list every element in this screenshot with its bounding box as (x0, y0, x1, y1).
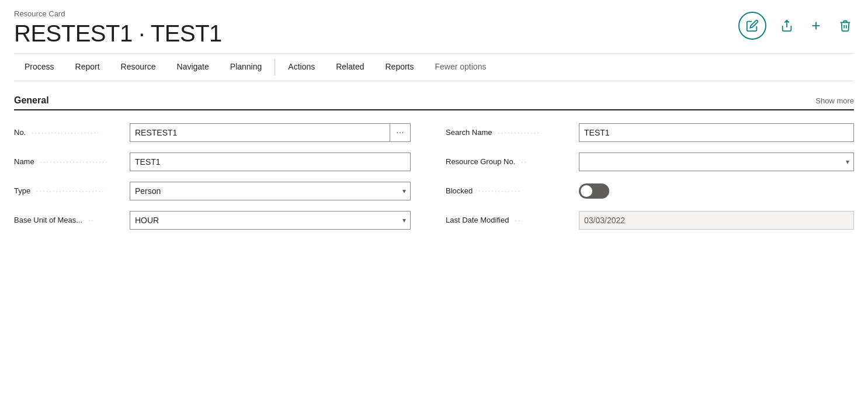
field-no-row: No. ····················· ··· (14, 122, 411, 143)
show-more-button[interactable]: Show more (815, 96, 854, 105)
add-button[interactable] (807, 17, 825, 34)
blocked-toggle[interactable] (579, 183, 609, 199)
no-field-wrapper: ··· (130, 123, 411, 142)
delete-button[interactable] (836, 17, 854, 34)
edit-button[interactable] (738, 12, 766, 40)
field-resource-group-row: Resource Group No. ·· ▾ (446, 151, 854, 172)
field-base-uom-row: Base Unit of Meas... ·· HOUR ▾ (14, 210, 411, 231)
base-uom-select[interactable]: HOUR (130, 211, 411, 230)
breadcrumb: Resource Card (14, 9, 222, 18)
name-input[interactable] (130, 153, 411, 171)
resource-group-label: Resource Group No. (446, 157, 515, 166)
no-input[interactable] (130, 123, 390, 142)
nav-actions[interactable]: Actions (277, 54, 325, 81)
type-label: Type (14, 186, 30, 195)
toggle-track (579, 183, 609, 199)
form-col-right: Search Name ············· Resource Group… (434, 122, 854, 231)
nav-fewer-options[interactable]: Fewer options (425, 54, 497, 81)
form-grid: No. ····················· ··· Name ·····… (14, 122, 854, 231)
field-last-date-row: Last Date Modified ·· (446, 210, 854, 231)
no-ellipsis-button[interactable]: ··· (390, 123, 411, 142)
toggle-thumb (581, 185, 592, 197)
base-uom-label: Base Unit of Meas... (14, 216, 82, 224)
nav-reports[interactable]: Reports (374, 54, 424, 81)
field-type-row: Type ····················· Person Machin… (14, 181, 411, 202)
field-search-name-row: Search Name ············· (446, 122, 854, 143)
last-date-label: Last Date Modified (446, 216, 509, 224)
base-uom-select-wrapper: HOUR ▾ (130, 211, 411, 230)
blocked-label: Blocked (446, 186, 473, 195)
resource-group-select-wrapper: ▾ (579, 153, 854, 171)
nav-report[interactable]: Report (65, 54, 110, 81)
nav-process[interactable]: Process (14, 54, 65, 81)
nav-navigate[interactable]: Navigate (166, 54, 220, 81)
resource-group-select[interactable] (579, 153, 854, 171)
general-section-header: General Show more (14, 95, 854, 110)
field-blocked-row: Blocked ············· (446, 181, 854, 202)
share-button[interactable] (778, 17, 796, 34)
nav-divider (275, 59, 275, 75)
search-name-input[interactable] (579, 123, 854, 142)
nav-bar: Process Report Resource Navigate Plannin… (14, 53, 854, 81)
type-select[interactable]: Person Machine (130, 182, 411, 200)
nav-planning[interactable]: Planning (220, 54, 273, 81)
name-label: Name (14, 157, 34, 166)
nav-resource[interactable]: Resource (110, 54, 166, 81)
field-name-row: Name ····················· (14, 151, 411, 172)
search-name-label: Search Name (446, 128, 492, 137)
page-title: RESTEST1 · TEST1 (14, 20, 222, 46)
section-title: General (14, 95, 49, 106)
no-label: No. (14, 128, 26, 137)
type-select-wrapper: Person Machine ▾ (130, 182, 411, 200)
nav-related[interactable]: Related (325, 54, 374, 81)
form-col-left: No. ····················· ··· Name ·····… (14, 122, 434, 231)
last-date-input (579, 211, 854, 230)
